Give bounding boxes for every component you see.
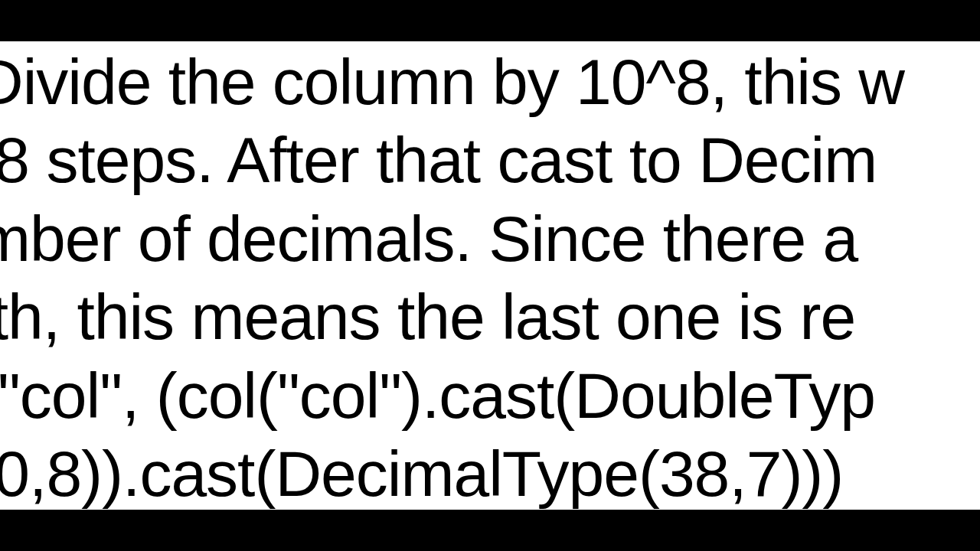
text-line-6: 0,8)).cast(DecimalType(38,7))) [0,438,843,510]
text-viewport: Divide the column by 10^8, this w 8 step… [0,41,980,510]
text-line-4: ith, this means the last one is re [0,281,855,353]
text-line-5: ("col", (col("col").cast(DoubleTyp [0,360,875,432]
text-line-2: 8 steps. After that cast to Decim [0,124,877,196]
document-text: Divide the column by 10^8, this w 8 step… [0,43,980,510]
text-line-3: mber of decimals. Since there a [0,203,858,275]
text-line-1: Divide the column by 10^8, this w [0,46,904,118]
